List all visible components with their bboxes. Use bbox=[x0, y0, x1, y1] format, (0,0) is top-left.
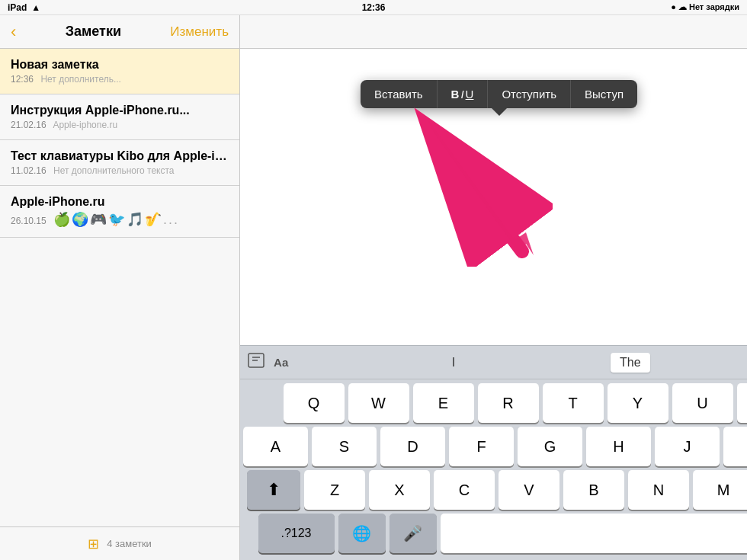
keyboard-rows: Q W E R T Y U I O P A S D F G bbox=[240, 379, 747, 560]
wifi-icon: ▲ bbox=[31, 2, 40, 13]
status-bar: iPad ▲ 12:36 ● ☁ Нет зарядки bbox=[0, 0, 747, 15]
main-layout: ‹ Заметки Изменить Новая заметка 12:36 Н… bbox=[0, 15, 747, 560]
autocomplete-bar: Аа I The It bbox=[240, 346, 747, 379]
space-key[interactable] bbox=[441, 514, 748, 553]
edit-button[interactable]: Изменить bbox=[170, 24, 229, 40]
key-u[interactable]: U bbox=[672, 383, 733, 423]
note-preview-1: Нет дополнитель... bbox=[40, 74, 121, 85]
note-preview-3: Нет дополнительного текста bbox=[53, 165, 174, 176]
key-i[interactable]: I bbox=[737, 383, 748, 423]
key-k[interactable]: K bbox=[723, 427, 747, 466]
autocomplete-words: I The It bbox=[370, 353, 747, 373]
autocomplete-word-1[interactable]: I bbox=[443, 353, 464, 373]
battery-status: ● ☁ Нет зарядки bbox=[671, 2, 739, 12]
mic-key[interactable]: 🎤 bbox=[390, 514, 437, 553]
key-z[interactable]: Z bbox=[304, 470, 365, 510]
note-item-2[interactable]: Инструкция Apple-iPhone.ru... 21.02.16 A… bbox=[0, 94, 239, 140]
note-meta-3: 11.02.16 Нет дополнительного текста bbox=[11, 165, 229, 176]
back-button[interactable]: ‹ bbox=[11, 22, 16, 42]
key-v[interactable]: V bbox=[499, 470, 559, 510]
keyboard-area: Аа I The It bbox=[240, 345, 747, 560]
note-title-2: Инструкция Apple-iPhone.ru... bbox=[11, 104, 229, 117]
note-meta-4: 26.10.15 🍏🌍🎮🐦🎵🎷... bbox=[11, 211, 229, 228]
context-paste[interactable]: Вставить bbox=[361, 80, 438, 108]
keyboard-row-1: Q W E R T Y U I O P bbox=[243, 383, 747, 423]
notes-list: Новая заметка 12:36 Нет дополнитель... И… bbox=[0, 49, 239, 526]
status-time: 12:36 bbox=[362, 2, 386, 13]
context-indent[interactable]: Отступить bbox=[488, 80, 571, 108]
note-item-4[interactable]: Apple-iPhone.ru 26.10.15 🍏🌍🎮🐦🎵🎷... bbox=[0, 186, 239, 238]
key-e[interactable]: E bbox=[413, 383, 474, 423]
key-c[interactable]: C bbox=[434, 470, 495, 510]
note-date-1: 12:36 bbox=[11, 74, 34, 85]
bold-label: B bbox=[451, 88, 460, 101]
key-t[interactable]: T bbox=[543, 383, 604, 423]
status-right: ● ☁ Нет зарядки bbox=[671, 2, 739, 12]
key-n[interactable]: N bbox=[628, 470, 689, 510]
key-y[interactable]: Y bbox=[608, 383, 668, 423]
note-meta-2: 21.02.16 Apple-iphone.ru bbox=[11, 120, 229, 130]
context-biu[interactable]: B I U bbox=[438, 80, 489, 108]
key-r[interactable]: R bbox=[478, 383, 539, 423]
keyboard-row-4: .?123 🌐 🎤 .?123 ⌨ bbox=[243, 514, 747, 553]
notes-count: 4 заметки bbox=[107, 538, 152, 549]
sidebar-footer: ⊞ 4 заметки bbox=[0, 526, 239, 560]
keyboard-row-2: A S D F G H J K L return bbox=[243, 427, 747, 466]
key-f[interactable]: F bbox=[449, 427, 514, 466]
context-menu: Вставить B I U Отступить Выступ bbox=[361, 80, 637, 108]
key-g[interactable]: G bbox=[518, 427, 582, 466]
key-a[interactable]: A bbox=[243, 427, 308, 466]
keyboard-row-3: ⬆ Z X C V B N M !, ?. ⌫ bbox=[243, 470, 747, 510]
key-d[interactable]: D bbox=[380, 427, 445, 466]
keyboard-format-icon[interactable] bbox=[248, 353, 264, 372]
autocomplete-left: Аа bbox=[248, 353, 370, 372]
shift-key-left[interactable]: ⬆ bbox=[247, 470, 300, 510]
note-date-4: 26.10.15 bbox=[11, 216, 46, 226]
context-outdent[interactable]: Выступ bbox=[571, 80, 637, 108]
note-item-1[interactable]: Новая заметка 12:36 Нет дополнитель... bbox=[0, 49, 239, 94]
note-item-3[interactable]: Тест клавиатуры Kibo для Apple-iP... 11.… bbox=[0, 140, 239, 186]
note-date-3: 11.02.16 bbox=[11, 165, 46, 176]
note-title-3: Тест клавиатуры Kibo для Apple-iP... bbox=[11, 149, 229, 163]
status-left: iPad ▲ bbox=[8, 2, 40, 13]
content-area: Вставить B I U Отступить Выступ bbox=[240, 15, 747, 560]
note-preview-2: Apple-iphone.ru bbox=[53, 120, 117, 130]
key-x[interactable]: X bbox=[369, 470, 430, 510]
key-h[interactable]: H bbox=[586, 427, 651, 466]
text-format-icon[interactable]: Аа bbox=[274, 356, 288, 369]
key-q[interactable]: Q bbox=[284, 383, 345, 423]
note-date-2: 21.02.16 bbox=[11, 120, 46, 130]
underline-label: U bbox=[466, 88, 474, 101]
key-w[interactable]: W bbox=[348, 383, 409, 423]
autocomplete-word-2[interactable]: The bbox=[611, 353, 650, 373]
sidebar-title: Заметки bbox=[66, 24, 121, 40]
sidebar: ‹ Заметки Изменить Новая заметка 12:36 Н… bbox=[0, 15, 240, 560]
ipad-label: iPad bbox=[8, 2, 27, 13]
italic-label: I bbox=[460, 88, 463, 101]
grid-icon[interactable]: ⊞ bbox=[88, 536, 99, 552]
key-s[interactable]: S bbox=[312, 427, 377, 466]
num-key-left[interactable]: .?123 bbox=[258, 514, 335, 553]
key-m[interactable]: M bbox=[693, 470, 747, 510]
note-title-4: Apple-iPhone.ru bbox=[11, 195, 229, 209]
key-b[interactable]: B bbox=[563, 470, 624, 510]
note-title-1: Новая заметка bbox=[11, 58, 229, 72]
note-meta-1: 12:36 Нет дополнитель... bbox=[11, 74, 229, 85]
globe-key[interactable]: 🌐 bbox=[338, 514, 386, 553]
key-j[interactable]: J bbox=[655, 427, 720, 466]
content-toolbar bbox=[240, 15, 747, 49]
note-preview-4: 🍏🌍🎮🐦🎵🎷... bbox=[53, 212, 179, 227]
sidebar-header: ‹ Заметки Изменить bbox=[0, 15, 239, 49]
